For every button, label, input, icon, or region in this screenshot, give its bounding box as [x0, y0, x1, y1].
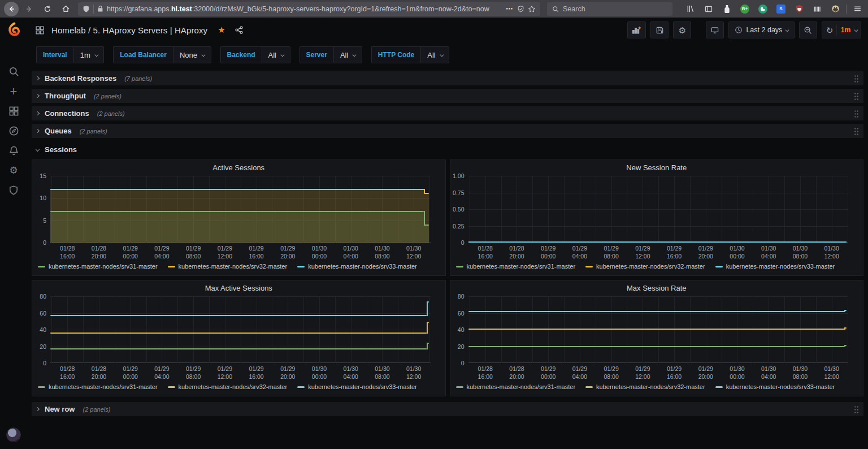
gridline-v	[177, 296, 178, 363]
apps-grid-icon[interactable]	[35, 25, 45, 35]
row-drag-handle[interactable]	[854, 75, 859, 83]
variable-value-dropdown-load-balancer[interactable]: None	[173, 46, 211, 63]
panel-max-session-rate: Max Session Rate80604020001/2816:0001/28…	[450, 280, 864, 396]
gear-icon: ⚙	[679, 26, 686, 34]
legend-item-kubernetes-master-nodes-srv33-master[interactable]: kubernetes-master-nodes/srv33-master	[297, 263, 417, 270]
row-new-row[interactable]: New row(2 panels)	[32, 402, 863, 416]
lock-icon[interactable]	[97, 5, 103, 12]
library-button[interactable]	[683, 2, 698, 16]
cycle-view-mode-button[interactable]	[706, 21, 724, 38]
legend-item-kubernetes-master-nodes-srv33-master[interactable]: kubernetes-master-nodes/srv33-master	[297, 383, 417, 390]
panel-title-max-session-rate[interactable]: Max Session Rate	[450, 284, 863, 296]
plot-area-max-session-rate[interactable]	[468, 296, 849, 363]
forward-button[interactable]	[21, 2, 37, 16]
legend-series-name: kubernetes-master-nodes/srv32-master	[179, 263, 288, 270]
home-button[interactable]	[58, 2, 73, 16]
variable-value-text: None	[180, 51, 197, 59]
grafana-logo[interactable]	[5, 22, 22, 39]
row-sessions[interactable]: Sessions	[32, 141, 863, 157]
legend-item-kubernetes-master-nodes-srv31-master[interactable]: kubernetes-master-nodes/srv31-master	[38, 263, 158, 270]
panel-title-new-session-rate[interactable]: New Session Rate	[450, 163, 863, 176]
gridline-v	[319, 296, 320, 363]
menu-button[interactable]	[850, 2, 865, 16]
y-tick-label: 0	[43, 360, 46, 366]
refresh-picker[interactable]: ↻ 1m	[822, 21, 861, 38]
user-avatar[interactable]	[6, 428, 21, 442]
sidebar-item-server-admin[interactable]	[2, 180, 25, 200]
plus-icon: +	[10, 84, 18, 99]
legend-item-kubernetes-master-nodes-srv32-master[interactable]: kubernetes-master-nodes/srv32-master	[168, 383, 288, 390]
plot-area-active-sessions[interactable]	[50, 176, 431, 243]
search-bar[interactable]: Search	[547, 2, 672, 16]
legend-series-dash	[456, 386, 463, 388]
panel-title-max-active-sessions[interactable]: Max Active Sessions	[32, 284, 445, 296]
variable-value-dropdown-backend[interactable]: All	[262, 46, 290, 63]
url-bar[interactable]: https://grafana.apps.hl.test:32000/d/rzM…	[78, 2, 540, 16]
x-tick-label: 01/2916:00	[249, 245, 263, 260]
variable-value-dropdown-server[interactable]: All	[333, 46, 362, 63]
favorite-star-icon[interactable]: ★	[218, 25, 225, 35]
back-button[interactable]	[3, 2, 19, 16]
panel-title-active-sessions[interactable]: Active Sessions	[32, 163, 445, 176]
save-dashboard-button[interactable]	[650, 21, 669, 38]
extension-1-button[interactable]	[719, 2, 734, 16]
dashboard-settings-button[interactable]: ⚙	[673, 21, 691, 38]
row-queues[interactable]: Queues(2 panels)	[32, 124, 863, 138]
page-actions-icon[interactable]: ⋯	[506, 5, 514, 13]
extension-6-button[interactable]	[810, 2, 824, 16]
time-range-picker[interactable]: Last 2 days	[728, 21, 794, 38]
share-icon[interactable]	[235, 25, 244, 34]
legend-item-kubernetes-master-nodes-srv32-master[interactable]: kubernetes-master-nodes/srv32-master	[168, 263, 288, 270]
sidebar-item-search[interactable]	[2, 62, 25, 81]
variable-value-dropdown-http-code[interactable]: All	[420, 46, 449, 63]
x-tick-label: 01/3012:00	[406, 365, 421, 381]
sidebar-item-create[interactable]: +	[2, 81, 25, 101]
series-fill	[50, 190, 424, 243]
row-drag-handle[interactable]	[854, 110, 859, 118]
bookmark-star-icon[interactable]	[528, 5, 536, 13]
sidebar-item-explore[interactable]	[2, 121, 25, 141]
breadcrumb[interactable]: Homelab / 5. HAproxy Servers | HAproxy	[51, 25, 207, 35]
row-drag-handle[interactable]	[854, 405, 859, 413]
sidebars-button[interactable]	[701, 2, 716, 16]
tracking-shield-icon[interactable]	[83, 5, 90, 13]
legend-item-kubernetes-master-nodes-srv31-master[interactable]: kubernetes-master-nodes/srv31-master	[456, 383, 576, 390]
extension-4-button[interactable]: S	[774, 2, 788, 16]
sidebar-item-dashboards[interactable]	[2, 101, 25, 121]
row-drag-handle[interactable]	[854, 92, 859, 100]
sidebar-item-configuration[interactable]: ⚙	[2, 161, 25, 180]
legend-item-kubernetes-master-nodes-srv31-master[interactable]: kubernetes-master-nodes/srv31-master	[38, 383, 158, 390]
row-drag-handle[interactable]	[854, 127, 859, 135]
series-line-step	[427, 301, 428, 316]
legend-item-kubernetes-master-nodes-srv33-master[interactable]: kubernetes-master-nodes/srv33-master	[715, 383, 835, 390]
legend-item-kubernetes-master-nodes-srv32-master[interactable]: kubernetes-master-nodes/srv32-master	[585, 383, 705, 390]
extension-3-button[interactable]	[756, 2, 770, 16]
legend-item-kubernetes-master-nodes-srv32-master[interactable]: kubernetes-master-nodes/srv32-master	[585, 263, 705, 270]
refresh-interval-label[interactable]: 1m	[840, 26, 850, 34]
add-panel-button[interactable]	[627, 21, 646, 38]
extension-5-button[interactable]	[792, 2, 806, 16]
variable-label-interval: Interval	[36, 46, 73, 63]
sidebar-item-alerting[interactable]	[2, 141, 25, 161]
row-connections[interactable]: Connections(2 panels)	[32, 106, 863, 120]
permissions-shield-icon[interactable]	[517, 5, 524, 13]
extension-7-button[interactable]	[828, 2, 843, 16]
row-throughput[interactable]: Throughput(2 panels)	[32, 89, 863, 103]
refresh-icon[interactable]: ↻	[826, 26, 834, 34]
browser-extensions: B+ S	[683, 2, 865, 16]
legend-item-kubernetes-master-nodes-srv33-master[interactable]: kubernetes-master-nodes/srv33-master	[715, 263, 835, 270]
legend-item-kubernetes-master-nodes-srv31-master[interactable]: kubernetes-master-nodes/srv31-master	[456, 263, 576, 270]
reload-button[interactable]	[40, 2, 55, 16]
zoom-out-time-button[interactable]	[799, 21, 817, 38]
plot-area-new-session-rate[interactable]	[468, 176, 849, 243]
plot-area-max-active-sessions[interactable]	[50, 296, 431, 363]
x-tick-label: 01/2900:00	[123, 365, 138, 381]
extension-2-button[interactable]: B+	[737, 2, 752, 16]
legend-series-dash	[38, 266, 45, 267]
x-tick-label: 01/2920:00	[698, 245, 713, 260]
row-backend-responses[interactable]: Backend Responses(7 panels)	[32, 71, 863, 85]
x-tick-label: 01/3000:00	[312, 245, 327, 260]
series-line	[468, 311, 845, 312]
x-tick-label: 01/2912:00	[218, 245, 232, 260]
variable-value-dropdown-interval[interactable]: 1m	[73, 46, 105, 63]
